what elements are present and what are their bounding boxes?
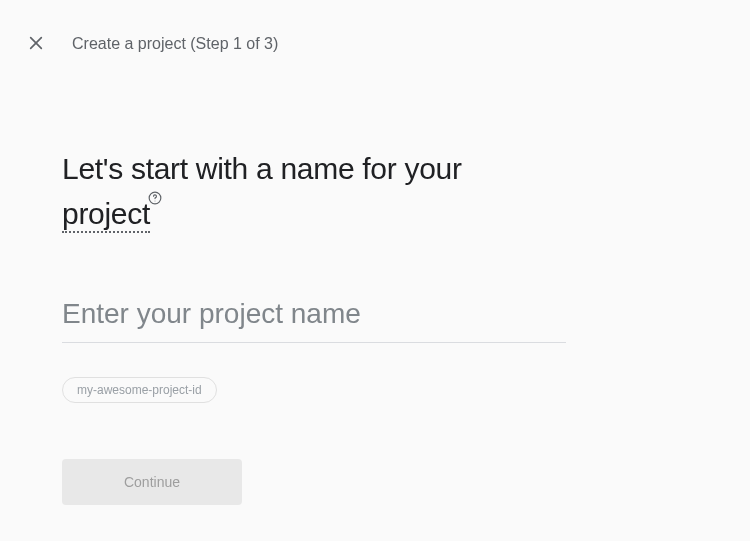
- close-button[interactable]: [24, 32, 48, 56]
- heading: Let's start with a name for your project: [62, 146, 462, 236]
- heading-project-term[interactable]: project: [62, 197, 150, 233]
- dialog-title: Create a project (Step 1 of 3): [72, 35, 278, 53]
- project-name-field-wrapper: [62, 294, 566, 343]
- project-name-input[interactable]: [62, 294, 566, 343]
- close-icon: [28, 35, 44, 54]
- help-icon[interactable]: [148, 191, 162, 205]
- svg-point-3: [154, 200, 155, 201]
- continue-button[interactable]: Continue: [62, 459, 242, 505]
- heading-text: Let's start with a name for your: [62, 152, 462, 185]
- dialog-content: Let's start with a name for your project…: [0, 56, 566, 505]
- project-id-chip[interactable]: my-awesome-project-id: [62, 377, 217, 403]
- dialog-header: Create a project (Step 1 of 3): [0, 0, 750, 56]
